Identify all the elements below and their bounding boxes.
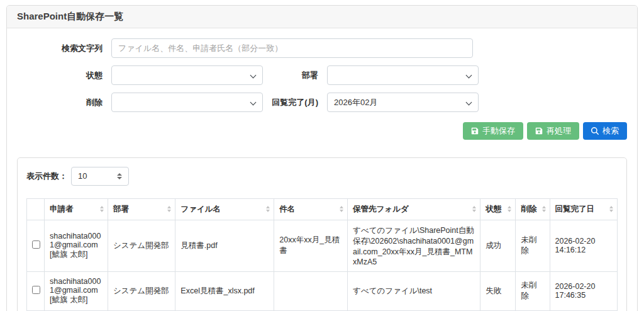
sort-icon [340, 206, 343, 212]
cell-completed-date: 2026-02-20 17:46:35 [550, 271, 618, 310]
chevron-down-icon [250, 72, 257, 79]
status-label: 状態 [17, 70, 111, 81]
sort-icon [542, 206, 546, 212]
cell-folder: すべてのファイル\SharePoint自動保存\202602\shachihat… [348, 220, 480, 271]
chevron-down-icon [250, 99, 257, 106]
page-size-value: 10 [78, 171, 87, 181]
keyword-label: 検索文字列 [17, 43, 111, 54]
delete-label: 削除 [17, 97, 111, 108]
department-label: 部署 [263, 70, 327, 81]
sort-icon [508, 206, 511, 212]
department-select[interactable] [327, 65, 479, 85]
status-select[interactable] [111, 65, 263, 85]
save-icon [471, 127, 479, 135]
main-card: SharePoint自動保存一覧 検索文字列 状態 部署 削除 [6, 5, 638, 311]
cell-filename: Excel見積書_xlsx.pdf [175, 271, 274, 310]
cell-applicant: shachihata0001@gmail.com[鯱旗 太郎] [45, 271, 108, 310]
search-button-label: 検索 [602, 126, 619, 136]
chevron-down-icon [466, 99, 472, 106]
reprocess-button[interactable]: 再処理 [527, 122, 579, 140]
month-label: 回覧完了(月) [263, 97, 327, 108]
cell-subject [274, 271, 348, 310]
column-header-applicant[interactable]: 申請者 [45, 198, 108, 220]
page-size-row: 表示件数： 10 [26, 167, 618, 186]
sort-icon [266, 206, 270, 212]
status-department-row: 状態 部署 [17, 65, 627, 85]
row-checkbox[interactable] [32, 240, 40, 249]
card-body: 検索文字列 状態 部署 削除 回覧完了(月) 2026年02月 [7, 28, 637, 311]
keyword-input[interactable] [111, 38, 473, 58]
cell-applicant: shachihata0001@gmail.com[鯱旗 太郎] [45, 220, 108, 271]
results-table: 申請者 部署 ファイル名 件名 保管先フォルダ 状態 削除 回覧完了日 shac… [26, 198, 618, 311]
save-icon [535, 127, 543, 135]
column-header-completed-date[interactable]: 回覧完了日 [550, 198, 618, 220]
keyword-row: 検索文字列 [17, 38, 627, 58]
column-header-deleted[interactable]: 削除 [516, 198, 550, 220]
button-row: 手動保存 再処理 検索 [17, 122, 627, 140]
header-checkbox-column [27, 198, 45, 220]
column-header-department[interactable]: 部署 [108, 198, 175, 220]
sort-icon [100, 206, 104, 212]
cell-filename: 見積書.pdf [175, 220, 274, 271]
sort-icon [167, 206, 171, 212]
cell-status: 失敗 [480, 271, 516, 310]
search-button[interactable]: 検索 [583, 122, 627, 140]
page-title: SharePoint自動保存一覧 [7, 6, 637, 28]
row-checkbox[interactable] [32, 286, 40, 294]
cell-completed-date: 2026-02-20 14:16:12 [550, 220, 618, 271]
reprocess-button-label: 再処理 [547, 126, 571, 136]
cell-status: 成功 [480, 220, 516, 271]
delete-month-row: 削除 回覧完了(月) 2026年02月 [17, 93, 627, 112]
page-size-label: 表示件数： [26, 171, 67, 182]
cell-folder: すべてのファイル\test [348, 271, 480, 310]
cell-deleted: 未削除 [516, 220, 550, 271]
column-header-folder[interactable]: 保管先フォルダ [348, 198, 480, 220]
list-card: 表示件数： 10 申請者 部署 ファイル名 件名 [17, 157, 627, 311]
column-header-subject[interactable]: 件名 [274, 198, 348, 220]
cell-deleted: 未削除 [516, 271, 550, 310]
delete-select[interactable] [111, 93, 263, 112]
chevron-down-icon [466, 72, 472, 79]
column-header-filename[interactable]: ファイル名 [175, 198, 274, 220]
page-size-select[interactable]: 10 [71, 167, 129, 186]
cell-department: システム開発部 [108, 220, 175, 271]
manual-save-button[interactable]: 手動保存 [463, 122, 523, 140]
table-header-row: 申請者 部署 ファイル名 件名 保管先フォルダ 状態 削除 回覧完了日 [27, 198, 618, 220]
up-down-arrows-icon [117, 173, 122, 179]
sort-icon [609, 206, 613, 212]
month-select[interactable]: 2026年02月 [327, 93, 479, 112]
cell-department: システム開発部 [108, 271, 175, 310]
search-icon [591, 127, 599, 135]
cell-subject: 20xx年xx月_見積書 [274, 220, 348, 271]
month-select-value: 2026年02月 [334, 97, 377, 108]
sort-icon [472, 206, 476, 212]
manual-save-button-label: 手動保存 [482, 126, 515, 136]
table-row: shachihata0001@gmail.com[鯱旗 太郎] システム開発部 … [27, 271, 618, 310]
table-row: shachihata0001@gmail.com[鯱旗 太郎] システム開発部 … [27, 220, 618, 271]
column-header-status[interactable]: 状態 [480, 198, 516, 220]
